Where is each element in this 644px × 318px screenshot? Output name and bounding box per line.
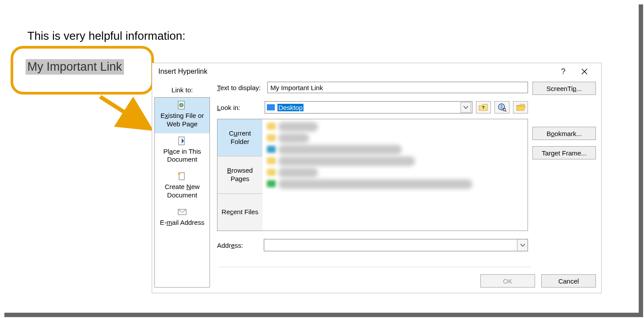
tab-current-folder[interactable]: Current Folder — [217, 119, 262, 156]
address-input[interactable] — [264, 239, 517, 251]
tab-browsed-pages[interactable]: Browsed Pages — [217, 156, 262, 193]
link-to-list: Existing File or Web Page Place in This … — [154, 97, 210, 288]
insert-hyperlink-dialog: Insert Hyperlink ? Link to: Existing Fil… — [152, 63, 602, 293]
text-to-display-label: Text to display: — [217, 84, 265, 91]
desktop-icon — [267, 104, 275, 110]
target-frame-button[interactable]: Target Frame... — [532, 146, 596, 159]
look-in-label: Look in: — [217, 104, 261, 111]
cancel-button[interactable]: Cancel — [541, 274, 596, 288]
callout-highlight-box — [11, 46, 154, 95]
browse-area: Current Folder Browsed Pages Recent File… — [217, 119, 528, 231]
address-combo[interactable] — [264, 239, 528, 251]
close-icon — [581, 68, 588, 75]
browse-file-button[interactable] — [513, 101, 528, 114]
look-in-dropdown-button[interactable] — [461, 102, 471, 113]
screentip-button[interactable]: ScreenTip... — [532, 82, 596, 95]
document-target-icon — [177, 136, 187, 146]
dialog-help-button[interactable]: ? — [553, 64, 574, 80]
new-document-icon — [177, 171, 187, 181]
link-to-label: Link to: — [172, 86, 193, 94]
look-in-combo[interactable]: Desktop — [265, 101, 472, 114]
email-icon — [177, 207, 187, 217]
linkto-email-address[interactable]: E-mail Address — [155, 204, 210, 232]
ok-button: OK — [480, 274, 535, 288]
folder-open-icon — [516, 103, 525, 111]
address-dropdown-button[interactable] — [517, 239, 528, 251]
linkto-existing-file[interactable]: Existing File or Web Page — [155, 98, 210, 133]
up-one-level-button[interactable] — [476, 101, 491, 114]
globe-search-icon — [498, 103, 506, 112]
text-to-display-input[interactable] — [267, 82, 528, 93]
bookmark-button[interactable]: Bookmark... — [532, 127, 596, 140]
linkto-place-in-document[interactable]: Place in This Document — [155, 133, 210, 169]
document-paragraph: This is very helpful information: — [27, 29, 185, 43]
file-list[interactable] — [262, 119, 528, 231]
svg-line-8 — [505, 110, 506, 112]
dialog-close-button[interactable] — [574, 64, 595, 80]
chevron-down-icon — [464, 106, 468, 109]
footer-divider — [218, 267, 531, 267]
look-in-value: Desktop — [277, 104, 303, 111]
chevron-down-icon — [520, 244, 525, 246]
dialog-title: Insert Hyperlink — [158, 68, 553, 76]
browse-web-button[interactable] — [494, 101, 509, 114]
tab-recent-files[interactable]: Recent Files — [217, 194, 262, 231]
folder-up-icon — [479, 103, 488, 111]
linkto-create-new-document[interactable]: Create New Document — [155, 169, 210, 204]
globe-page-icon — [177, 100, 187, 110]
address-label: Address: — [217, 242, 261, 249]
